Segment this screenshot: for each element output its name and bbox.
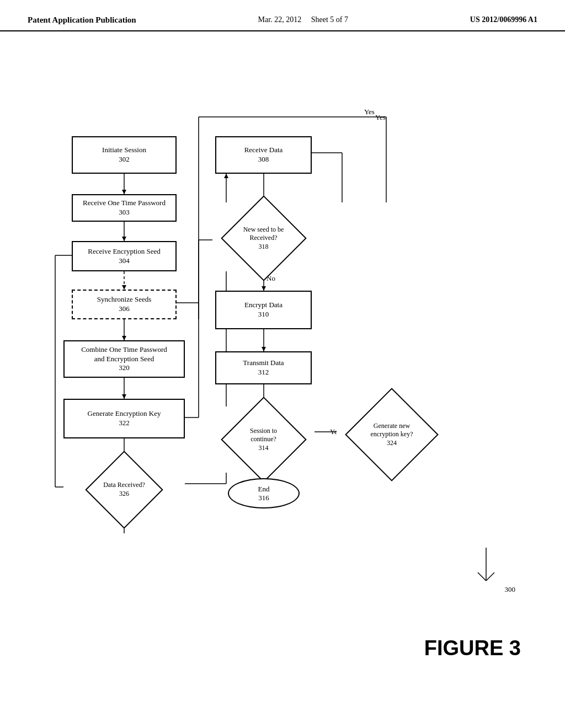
gen-enc-key-box: Generate Encryption Key 322 <box>63 399 185 438</box>
end-label: End 316 <box>258 485 270 502</box>
publication-date-sheet: Mar. 22, 2012 Sheet 5 of 7 <box>258 15 348 24</box>
receive-data-label: Receive Data 308 <box>244 146 283 164</box>
receive-otp-box: Receive One Time Password 303 <box>72 194 177 222</box>
sync-seeds-box: Synchronize Seeds 306 <box>72 290 177 319</box>
gen-new-key-diamond: Generate new encryption key? 324 <box>337 399 447 470</box>
data-received-label: Data Received? 326 <box>103 481 145 498</box>
figure-label: FIGURE 3 <box>424 636 521 660</box>
diagram-area: Yes No No Yes No <box>0 31 565 693</box>
combine-otp-label: Combine One Time Password and Encryption… <box>81 345 167 373</box>
initiate-session-label: Initiate Session 302 <box>102 146 146 164</box>
ref-arrow <box>470 548 503 592</box>
gen-new-key-label: Generate new encryption key? 324 <box>371 422 413 448</box>
sheet-info: Sheet 5 of 7 <box>311 15 348 24</box>
transmit-data-label: Transmit Data 312 <box>243 358 284 377</box>
svg-line-54 <box>478 572 486 581</box>
combine-otp-box: Combine One Time Password and Encryption… <box>63 340 185 378</box>
session-continue-diamond: Session to continue? 314 <box>212 406 315 473</box>
svg-marker-5 <box>122 285 126 290</box>
svg-marker-22 <box>224 174 228 178</box>
svg-line-55 <box>486 572 494 581</box>
sync-seeds-label: Synchronize Seeds 306 <box>97 295 152 314</box>
new-seed-diamond: New seed to be Received? 318 <box>212 205 315 271</box>
page-header: Patent Application Publication Mar. 22, … <box>0 0 565 31</box>
svg-marker-34 <box>262 347 266 351</box>
end-oval: End 316 <box>228 478 300 508</box>
publication-number: US 2012/0069996 A1 <box>470 15 537 24</box>
initiate-session-box: Initiate Session 302 <box>72 136 177 174</box>
encrypt-data-box: Encrypt Data 310 <box>215 291 312 329</box>
ref-300: 300 <box>470 548 515 594</box>
gen-enc-key-label: Generate Encryption Key 322 <box>88 409 161 428</box>
receive-enc-seed-box: Receive Encryption Seed 304 <box>72 241 177 271</box>
receive-enc-seed-label: Receive Encryption Seed 304 <box>88 247 160 266</box>
transmit-data-box: Transmit Data 312 <box>215 351 312 384</box>
receive-data-box: Receive Data 308 <box>215 136 312 174</box>
new-seed-label: New seed to be Received? 318 <box>243 226 284 251</box>
svg-text:Yes: Yes <box>375 113 386 121</box>
svg-marker-7 <box>122 336 126 340</box>
svg-marker-9 <box>122 394 126 399</box>
svg-marker-3 <box>122 237 126 241</box>
svg-marker-1 <box>122 190 126 194</box>
svg-marker-27 <box>262 286 266 291</box>
data-received-diamond: Data Received? 326 <box>63 459 185 520</box>
publication-date: Mar. 22, 2012 <box>258 15 302 24</box>
encrypt-data-label: Encrypt Data 310 <box>244 301 282 319</box>
session-continue-label: Session to continue? 314 <box>250 427 277 453</box>
yes-top-label: Yes <box>364 108 375 116</box>
receive-otp-label: Receive One Time Password 303 <box>83 199 166 217</box>
publication-title: Patent Application Publication <box>28 15 136 25</box>
